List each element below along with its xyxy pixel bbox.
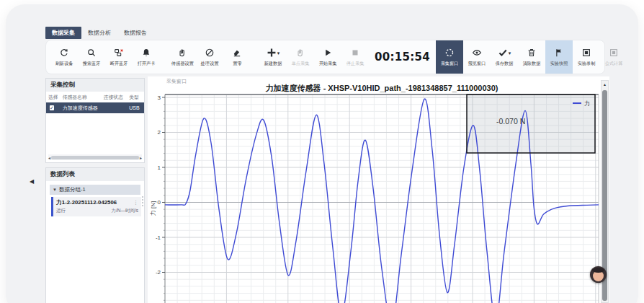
collect-control-panel: 采集控制 选择传感器名称连接状态类型 ✓力加速度传感器USB ◂ ▸ — [45, 78, 145, 163]
sensor-settings-button[interactable]: 传感器设置 — [169, 40, 196, 74]
search-icon — [86, 48, 97, 58]
collect-window-label: 采集窗口 — [441, 61, 459, 67]
dashed-circle-icon — [444, 48, 455, 58]
cursor-value-annotation: -0.070 N — [496, 117, 525, 126]
collapse-sidebar-arrow[interactable]: ◀ — [30, 178, 34, 185]
open-soundcard-label: 打开声卡 — [138, 61, 156, 67]
new-data-label: 新建数据 — [264, 61, 282, 67]
play-icon — [323, 48, 333, 58]
hand-point-icon — [295, 48, 305, 58]
sensor-name: 力加速度传感器 — [63, 105, 104, 112]
eraser-icon — [232, 48, 242, 58]
toolbar-right: 采集窗口预览窗口▾保存数据清除数据实验快照实验录制公式计算 — [436, 40, 627, 74]
scroll-up-icon[interactable]: ▲ — [601, 81, 608, 88]
data-list-body: ▼数据分组-1力1-2-20251112-042506⋮运行力/N—时间/s — [46, 185, 144, 216]
tab-0[interactable]: 数据采集 — [45, 27, 81, 39]
bell-icon — [141, 48, 151, 58]
search-bluetooth-button[interactable]: 搜索蓝牙 — [78, 40, 105, 74]
zero-set-label: 置零 — [233, 61, 241, 67]
formula-calc-button[interactable]: 公式计算 — [600, 40, 627, 74]
refresh-device-button[interactable]: 刷新设备 — [50, 40, 78, 74]
column-header-3: 类型 — [129, 94, 142, 101]
y-tick-label: -1 — [156, 234, 161, 241]
start-collect-label: 开始采集 — [319, 61, 337, 67]
open-soundcard-button[interactable]: 打开声卡 — [133, 40, 160, 74]
y-axis-label: 力 [N] — [150, 201, 156, 216]
experiment-snapshot-label: 实验快照 — [550, 61, 568, 67]
single-point-collect-label: 单点采集 — [292, 61, 310, 67]
clear-data-button[interactable]: 清除数据 — [518, 40, 545, 74]
collect-window-button[interactable]: 采集窗口 — [436, 40, 463, 74]
stop-collect-label: 停止采集 — [346, 61, 365, 67]
hscroll-thumb[interactable] — [51, 156, 139, 159]
experiment-record-label: 实验录制 — [578, 61, 596, 67]
stop-icon — [350, 48, 360, 58]
column-header-1: 传感器名称 — [63, 94, 104, 101]
caret-down-icon[interactable]: ▾ — [277, 50, 280, 56]
zero-set-button[interactable]: 置零 — [223, 40, 251, 74]
panel-resize-handle[interactable] — [142, 196, 143, 206]
column-header-0: 选择 — [48, 94, 63, 101]
formula-calc-label: 公式计算 — [605, 61, 623, 67]
avatar-hair — [592, 268, 604, 273]
flag-icon — [554, 48, 564, 58]
sensor-table-hscrollbar[interactable]: ◂ ▸ — [48, 154, 142, 160]
save-data-button[interactable]: ▾保存数据 — [491, 40, 518, 74]
caret-down-icon[interactable]: ▾ — [509, 50, 511, 56]
collect-window-chart-panel: 采集窗口 力加速度传感器 - XHSP-V10HID_path_-1981348… — [148, 76, 609, 303]
data-list-title: 数据列表 — [46, 168, 144, 181]
item-overflow-icon[interactable]: ⋮ — [133, 200, 138, 206]
disconnect-bluetooth-button[interactable]: 断开蓝牙 — [105, 40, 133, 74]
search-bluetooth-label: 搜索蓝牙 — [83, 61, 101, 67]
toolbar: 刷新设备搜索蓝牙断开蓝牙打开声卡传感器设置处理设置置零▾新建数据单点采集开始采集… — [45, 40, 605, 74]
y-tick-label: -2 — [156, 269, 161, 276]
data-item-title: 力1-2-20251112-042506 — [56, 198, 117, 206]
assistant-avatar-button[interactable] — [590, 266, 607, 283]
y-tick-label: 1 — [158, 164, 161, 171]
eye-icon — [472, 48, 482, 58]
data-group-header[interactable]: ▼数据分组-1 — [50, 185, 140, 195]
y-tick-label: 2 — [158, 129, 161, 136]
experiment-record-button[interactable]: 实验录制 — [573, 40, 600, 74]
sensor-table-body: ✓力加速度传感器USB — [46, 102, 144, 113]
y-tick-label: 3 — [158, 95, 161, 101]
slash-circle-icon — [205, 48, 215, 58]
refresh-icon — [59, 48, 69, 58]
bluetooth-disconnect-icon — [114, 48, 124, 58]
sensor-row[interactable]: ✓力加速度传感器USB — [46, 102, 144, 113]
main-tab-bar: 数据采集数据分析数据报告 — [45, 27, 153, 39]
check-icon — [498, 48, 508, 58]
group-label: 数据分组-1 — [59, 186, 86, 193]
column-header-2: 连接状态 — [104, 94, 129, 101]
start-collect-button[interactable]: 开始采集 — [314, 40, 341, 74]
legend-label: 力 — [584, 100, 590, 107]
disconnect-bluetooth-label: 断开蓝牙 — [110, 61, 128, 67]
tab-1[interactable]: 数据分析 — [81, 27, 117, 39]
process-settings-button[interactable]: 处理设置 — [196, 40, 223, 74]
collect-control-title: 采集控制 — [46, 79, 144, 92]
stop-collect-button[interactable]: 停止采集 — [341, 40, 369, 74]
single-point-collect-button[interactable]: 单点采集 — [287, 40, 314, 74]
refresh-device-label: 刷新设备 — [55, 61, 73, 67]
process-settings-label: 处理设置 — [201, 61, 219, 67]
sensor-table-header: 选择传感器名称连接状态类型 — [46, 92, 144, 102]
preview-window-label: 预览窗口 — [468, 61, 486, 67]
data-list-panel: 数据列表 ▼数据分组-1力1-2-20251112-042506⋮运行力/N—时… — [45, 167, 145, 303]
toolbar-left: 刷新设备搜索蓝牙断开蓝牙打开声卡传感器设置处理设置置零▾新建数据单点采集开始采集… — [50, 40, 369, 74]
tab-2[interactable]: 数据报告 — [117, 27, 153, 39]
preview-window-button[interactable]: 预览窗口 — [463, 40, 491, 74]
y-tick-label: 0 — [158, 199, 161, 206]
clear-data-label: 清除数据 — [523, 61, 541, 67]
formula-icon — [609, 48, 619, 58]
scroll-right-icon[interactable]: ▸ — [140, 155, 142, 160]
group-caret-icon: ▼ — [53, 188, 57, 192]
sensor-type: USB — [129, 105, 142, 110]
data-list-item[interactable]: 力1-2-20251112-042506⋮运行力/N—时间/s — [51, 197, 141, 216]
plus-icon — [267, 48, 277, 58]
sensor-checkbox[interactable]: ✓ — [50, 105, 54, 110]
scroll-left-icon[interactable]: ◂ — [48, 155, 50, 160]
data-item-status: 运行 — [56, 208, 66, 214]
experiment-snapshot-button[interactable]: 实验快照 — [545, 40, 573, 74]
new-data-button[interactable]: ▾新建数据 — [259, 40, 287, 74]
sensor-settings-label: 传感器设置 — [171, 61, 194, 67]
